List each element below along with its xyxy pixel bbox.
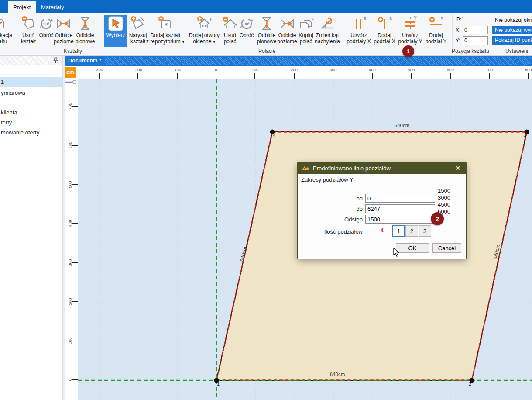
odstep-input[interactable] (365, 215, 435, 224)
sidebar-header (0, 56, 62, 65)
tab-strip-texture (105, 57, 531, 65)
del-roof-icon (221, 15, 239, 32)
ruler-tick-label: -200 (134, 67, 142, 72)
count-button-2[interactable]: 2 (405, 225, 418, 237)
mirror-v-icon (256, 15, 278, 32)
toggle-nie-pokazuj-wymiarow[interactable]: Nie pokazuj wymi (492, 26, 532, 34)
ruler-unit-badge[interactable]: cm (65, 67, 76, 78)
sidebar-item[interactable]: mowanie oferty (0, 128, 63, 138)
ruler-tick-label: 500 (408, 67, 415, 72)
addx-icon: X (371, 15, 398, 32)
ok-button[interactable]: OK (396, 243, 429, 253)
ribbon-button-create-div-y[interactable]: YUtwórzpodziały Y (397, 15, 424, 47)
close-icon[interactable]: ✕ (454, 164, 462, 172)
step-badge-2: 2 (431, 212, 444, 225)
ribbon-button-mirror-v-shape[interactable]: Odbiciepionowe (74, 15, 96, 47)
ruler-tick-label: -100 (173, 67, 181, 72)
ruler-tick-label: 0 (68, 376, 72, 384)
ribbon-button-delete-roof[interactable]: Usuńpołać (221, 15, 239, 47)
ruler-tick-label: 700 (68, 102, 72, 110)
ruler-tick-label: 700 (486, 67, 493, 72)
ribbon-button-add-shape-repo[interactable]: RDodaj kształtz repozytorium ▾ (145, 15, 185, 47)
ribbon-button-mirror-h-shape[interactable]: Odbiciepoziome (53, 15, 74, 47)
do-input[interactable] (365, 204, 435, 213)
ribbon-button-create-div-x[interactable]: XUtwórzpodziały X (344, 15, 373, 47)
app-window: { "tab_bar": { "projekt": "Projekt", "ma… (0, 0, 532, 400)
count-label: Ilość podziałów (315, 228, 363, 235)
main-tab-bar: Projekt Materiały (0, 0, 532, 13)
ribbon-button-change-angle[interactable]: Zmień kątnachylenia (314, 15, 341, 47)
ribbon-button-select[interactable]: Wybierz (104, 15, 127, 47)
svg-text:X: X (364, 16, 367, 21)
level-indicator-icon (65, 79, 78, 85)
horizontal-ruler: cm -300 -200 -100 0 100 200 300 400 500 … (65, 66, 532, 79)
corner-id-label: 1 (217, 381, 220, 386)
corner-id-label: 3 (524, 133, 526, 138)
ruler-tick (72, 379, 78, 380)
od-input[interactable] (365, 194, 435, 203)
tab-projekt[interactable]: Projekt (8, 1, 36, 13)
group-label-ustawienia: Ustawieni (505, 48, 528, 54)
sidebar-item[interactable]: ferty (0, 117, 63, 128)
dialog-title: Predefiniowane linie podziałów (313, 165, 391, 172)
sidebar-item[interactable]: 1 (0, 77, 63, 87)
ribbon-button-mirror-v-roof[interactable]: Odbiciepionowe (256, 15, 278, 47)
ruler-tick-label: 100 (68, 336, 72, 345)
document-tab[interactable]: Document1 * (68, 56, 101, 66)
sidebar: 1ymiarowaklientafertymowanie oferty (0, 56, 62, 400)
dialog-title-bar[interactable]: Predefiniowane linie podziałów ✕ (298, 162, 466, 174)
ruler-tick-label: 400 (369, 67, 376, 72)
ribbon-button-add-div-y[interactable]: YDodajpodział Y (423, 15, 449, 47)
rotate-icon: 90° (237, 15, 256, 32)
count-button-3[interactable]: 3 (419, 225, 431, 237)
svg-text:R: R (210, 17, 212, 21)
shape-x-input[interactable] (463, 26, 488, 34)
sidebar-item[interactable]: klienta (0, 107, 63, 117)
od-label: od (315, 195, 363, 202)
group-label-ksztalty: Kształty (64, 48, 82, 54)
step-badge-1: 1 (402, 45, 414, 57)
ruler-tick-label: 600 (68, 141, 72, 150)
document-tab-bar: Document1 * (65, 56, 532, 66)
ribbon-button-copy-roof[interactable]: CKopiujpołać (296, 15, 316, 47)
ruler-tick (254, 73, 255, 79)
ribbon-button-delete-shape[interactable]: Usuńkształt (17, 15, 39, 47)
svg-text:90°: 90° (244, 22, 250, 26)
svg-text:X: X (389, 16, 392, 21)
addy-icon: Y (423, 15, 449, 32)
shape-position-id: P:1 (456, 17, 464, 23)
toggle-nie-pokazuj-okna[interactable]: Nie pokazuj okna (492, 16, 532, 24)
del-shape-icon (17, 15, 39, 32)
select-icon (104, 15, 127, 32)
pin-icon[interactable] (53, 57, 58, 65)
ruler-tick (72, 341, 78, 341)
ribbon-button-rotate-roof[interactable]: 90°Obróć (237, 15, 256, 47)
ruler-tick-label: 200 (291, 67, 298, 72)
ribbon-button-add-windows[interactable]: RDodaj otworyokienne ▾ (185, 15, 223, 47)
ribbon-button-add-div-x[interactable]: XDodajpodział X (371, 15, 398, 47)
svg-text:Y: Y (440, 16, 443, 21)
ruler-tick (216, 73, 216, 79)
ruler-tick (99, 73, 100, 79)
group-label-pozycja: Pozycja kształtu (451, 48, 490, 54)
count-button-1[interactable]: 1 (392, 225, 405, 237)
dimension-label: 640cm (330, 372, 345, 377)
shape-y-input[interactable] (463, 36, 488, 45)
mirror-h-icon (276, 15, 298, 32)
toggle-pokazuj-id-punktow[interactable]: Pokazuj ID punkto (492, 36, 532, 45)
ruler-tick (72, 184, 78, 185)
ruler-tick (411, 73, 412, 79)
preset-option[interactable]: 1500 (424, 187, 450, 194)
ribbon-button-mirror-h-roof[interactable]: Odbiciepoziome (276, 15, 298, 47)
tab-materialy[interactable]: Materiały (36, 1, 69, 13)
ribbon-button-modify-shape[interactable]: Modyfikacjakształtu (0, 15, 17, 47)
cancel-button[interactable]: Cancel (432, 243, 461, 253)
x-label: X: (456, 27, 460, 33)
ruler-tick (528, 73, 529, 79)
ruler-tick-label: 800 (525, 67, 532, 72)
ruler-tick (72, 262, 78, 263)
vertical-ruler: 0 100 200 300 400 500 600 700 (65, 79, 78, 400)
sidebar-item[interactable]: ymiarowa (0, 88, 63, 98)
group-separator (490, 15, 490, 52)
mirror-v-icon (74, 15, 96, 32)
